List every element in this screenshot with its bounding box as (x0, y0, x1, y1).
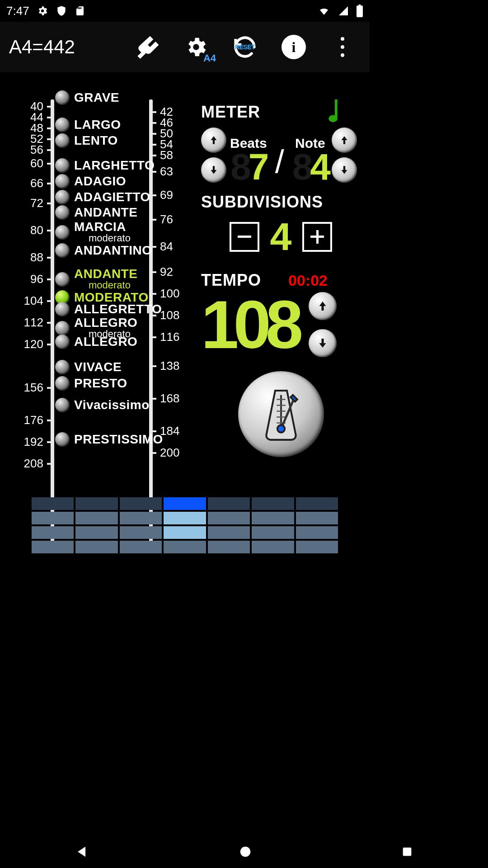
ruler-tick: 66 (30, 176, 54, 190)
tempo-marking-larghetto[interactable]: LARGHETTO (55, 158, 155, 173)
radio-icon (55, 174, 70, 189)
note-increment-button[interactable] (332, 127, 357, 153)
tempo-marking-marcia[interactable]: MARCIAmoderato (55, 221, 131, 244)
tempo-marking-adagietto[interactable]: ADAGIETTO (55, 190, 150, 204)
beat-cell[interactable] (164, 512, 206, 524)
beat-cell[interactable] (75, 541, 117, 553)
sd-card-icon (75, 5, 85, 17)
beat-cell[interactable] (75, 526, 117, 539)
ruler-tick: 192 (24, 435, 54, 449)
beat-cell[interactable] (252, 526, 294, 539)
ruler-tick: 96 (30, 272, 54, 286)
ruler-tick: 56 (30, 143, 54, 157)
beat-cell[interactable] (120, 541, 162, 553)
beat-cell[interactable] (296, 541, 338, 553)
ruler-tick: 104 (24, 294, 54, 308)
ruler-tick: 84 (149, 240, 173, 254)
beats-value: 87 (230, 151, 266, 183)
tempo-decrement-button[interactable] (309, 329, 337, 357)
beat-row (32, 512, 338, 524)
beat-cell[interactable] (208, 512, 250, 524)
radio-icon (55, 205, 70, 220)
tempo-marking-vivace[interactable]: VIVACE (55, 360, 122, 374)
a4-settings-button[interactable]: A4 (178, 29, 214, 65)
tempo-marking-andantino[interactable]: ANDANTINO (55, 243, 152, 258)
beat-cell[interactable] (164, 497, 206, 510)
ruler-tick: 138 (149, 359, 179, 373)
tempo-marking-allegro[interactable]: ALLEGRO (55, 335, 137, 349)
play-metronome-button[interactable] (238, 371, 324, 457)
tempo-ruler-left: 4044485256606672808896104112120156176192… (13, 99, 54, 552)
ruler-tick: 168 (149, 392, 179, 406)
beat-cell[interactable] (75, 497, 117, 510)
beat-cell[interactable] (208, 497, 250, 510)
tempo-marking-vivacissimo[interactable]: Vivacissimo (55, 398, 150, 412)
beat-cell[interactable] (164, 541, 206, 553)
beat-cell[interactable] (252, 497, 294, 510)
beat-row (32, 541, 338, 553)
tempo-increment-button[interactable] (309, 292, 337, 320)
ruler-tick: 112 (24, 316, 54, 330)
beats-decrement-button[interactable] (201, 157, 226, 183)
radio-icon (55, 158, 70, 173)
beat-cell[interactable] (296, 526, 338, 539)
tempo-marking-grave[interactable]: GRAVE (55, 90, 119, 105)
info-icon: i (282, 35, 306, 59)
beat-cell[interactable] (120, 512, 162, 524)
tempo-marking-adagio[interactable]: ADAGIO (55, 174, 126, 189)
tempo-value[interactable]: 108 (201, 291, 298, 359)
beat-cell[interactable] (120, 497, 162, 510)
ruler-tick: 200 (149, 446, 179, 460)
tempo-marking-largo[interactable]: LARGO (55, 118, 121, 132)
subdivisions-increment-button[interactable] (302, 222, 332, 252)
reset-button[interactable]: RESET (227, 29, 263, 65)
ruler-tick: 208 (24, 457, 54, 471)
beat-indicator-grid[interactable] (32, 497, 338, 555)
tempo-label: ANDANTE (74, 205, 137, 219)
beats-increment-button[interactable] (201, 127, 226, 153)
more-icon (341, 37, 344, 57)
tempo-label: VIVACE (74, 360, 122, 374)
tempo-marking-allegretto[interactable]: ALLEGRETTO (55, 302, 162, 316)
info-button[interactable]: i (276, 29, 312, 65)
tuning-reference[interactable]: A4=442 (9, 36, 75, 58)
beat-cell[interactable] (252, 512, 294, 524)
beat-cell[interactable] (32, 497, 74, 510)
tempo-label: ALLEGRETTO (74, 302, 162, 316)
tempo-marking-andante[interactable]: ANDANTE (55, 205, 137, 220)
tempo-label: ADAGIETTO (74, 190, 150, 204)
radio-icon (55, 243, 70, 258)
radio-icon (55, 360, 70, 374)
beat-cell[interactable] (32, 526, 74, 539)
ruler-tick: 92 (149, 265, 173, 279)
tempo-label: LENTO (74, 133, 118, 147)
ruler-tick: 116 (149, 330, 179, 344)
tempo-marking-andante[interactable]: ANDANTEmoderato (55, 268, 137, 291)
beat-cell[interactable] (75, 512, 117, 524)
quarter-note-icon (324, 99, 344, 127)
beat-cell[interactable] (208, 526, 250, 539)
note-decrement-button[interactable] (332, 157, 357, 183)
subdivisions-decrement-button[interactable] (230, 222, 259, 252)
radio-icon (55, 190, 70, 204)
meter-slash: / (275, 143, 284, 180)
beat-cell[interactable] (32, 512, 74, 524)
tempo-marking-prestissimo[interactable]: PRESTISSIMO (55, 432, 163, 447)
beat-cell[interactable] (208, 541, 250, 553)
tempo-marking-lento[interactable]: LENTO (55, 133, 118, 148)
overflow-menu-button[interactable] (324, 29, 361, 65)
tempo-marking-presto[interactable]: PRESTO (55, 376, 127, 391)
beat-cell[interactable] (120, 526, 162, 539)
beat-cell[interactable] (252, 541, 294, 553)
metronome-icon (256, 385, 306, 443)
tuning-fork-button[interactable] (129, 29, 165, 65)
beat-cell[interactable] (164, 526, 206, 539)
beat-cell[interactable] (296, 497, 338, 510)
beat-cell[interactable] (32, 541, 74, 553)
ruler-tick: 156 (24, 381, 54, 395)
beat-cell[interactable] (296, 512, 338, 524)
ruler-tick: 76 (149, 212, 173, 226)
ruler-tick: 176 (24, 413, 54, 427)
tempo-label: ANDANTE (74, 267, 137, 281)
status-time: 7:47 (6, 4, 29, 18)
